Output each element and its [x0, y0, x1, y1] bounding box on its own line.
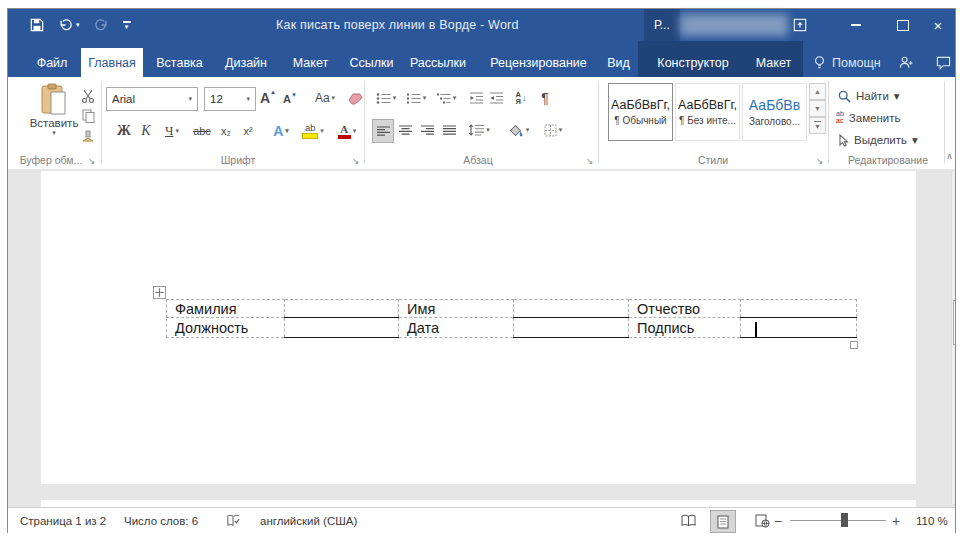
table-cell-label[interactable]: Подпись	[629, 318, 741, 338]
table-cell-label[interactable]: Дата	[399, 318, 514, 338]
user-badge[interactable]: Р...	[644, 9, 680, 41]
share-button[interactable]	[898, 48, 914, 77]
table-cell-blank-line[interactable]	[285, 300, 399, 318]
superscript-button[interactable]: x²	[238, 119, 258, 143]
tab-home[interactable]: Главная	[81, 48, 143, 77]
table-move-handle[interactable]	[153, 286, 166, 299]
font-color-button[interactable]: А ▾	[332, 119, 362, 143]
font-name-combo[interactable]: Arial▾	[106, 87, 198, 111]
proofing-button[interactable]	[226, 508, 241, 533]
change-case-button[interactable]: Aa▾	[308, 87, 342, 109]
table-cell-label[interactable]: Отчество	[629, 300, 741, 318]
scroll-down-button[interactable]: ▼	[952, 489, 955, 504]
font-dialog-launcher[interactable]: ↘	[352, 157, 360, 166]
table-cell-label[interactable]: Должность	[167, 318, 285, 338]
shading-button[interactable]: ▾	[504, 119, 534, 141]
replace-button[interactable]: abac Заменить	[836, 111, 900, 124]
line-spacing-button[interactable]: ▾	[464, 119, 494, 141]
scroll-up-button[interactable]: ▲	[952, 172, 955, 187]
format-painter-button[interactable]	[78, 127, 98, 145]
table-cell-label[interactable]: Имя	[399, 300, 514, 318]
zoom-slider[interactable]	[790, 520, 886, 521]
font-size-combo[interactable]: 12▾	[204, 87, 256, 111]
italic-button[interactable]: К	[136, 119, 156, 143]
close-button[interactable]: ×	[921, 9, 955, 41]
page-indicator[interactable]: Страница 1 из 2	[20, 508, 106, 533]
comments-button[interactable]	[936, 48, 951, 77]
strikethrough-button[interactable]: abc	[190, 119, 214, 143]
tellme-button[interactable]: Помощн	[813, 48, 881, 77]
underline-button[interactable]: Ч▾	[158, 119, 186, 143]
zoom-thumb[interactable]	[841, 513, 848, 527]
grow-font-button[interactable]: A▲	[258, 87, 278, 109]
tab-layout[interactable]: Макет	[286, 48, 335, 77]
bullets-button[interactable]: ▾	[372, 87, 400, 109]
justify-button[interactable]	[439, 119, 459, 141]
collapse-ribbon-button[interactable]: ∧	[944, 149, 955, 163]
tab-references[interactable]: Ссылки	[346, 48, 397, 77]
numbering-button[interactable]: ▾	[402, 87, 430, 109]
borders-button[interactable]: ▾	[538, 119, 568, 141]
table-cell-blank-line[interactable]	[741, 318, 857, 338]
styles-scroll-up-button[interactable]: ▲	[809, 83, 826, 100]
tab-design[interactable]: Дизайн	[219, 48, 273, 77]
tab-review[interactable]: Рецензирование	[488, 48, 589, 77]
style-card-heading1[interactable]: АаБбВв Заголово...	[742, 83, 807, 141]
table-resize-handle[interactable]	[850, 341, 858, 349]
zoom-in-button[interactable]: +	[892, 508, 900, 533]
bold-button[interactable]: Ж	[114, 119, 134, 143]
zoom-percentage[interactable]: 110 %	[916, 508, 948, 533]
subscript-button[interactable]: x₂	[216, 119, 236, 143]
shrink-font-button[interactable]: A▼	[280, 89, 300, 109]
multilevel-list-button[interactable]: ▾	[432, 87, 460, 109]
styles-dialog-launcher[interactable]: ↘	[816, 157, 824, 166]
align-left-button[interactable]	[372, 119, 394, 143]
copy-button[interactable]	[78, 107, 98, 125]
zoom-out-button[interactable]: −	[774, 508, 782, 533]
styles-gallery-more-button[interactable]: ▼	[809, 117, 826, 134]
style-card-no-spacing[interactable]: АаБбВвГг, ¶ Без инте...	[675, 83, 740, 141]
minimize-button[interactable]	[839, 9, 873, 41]
redo-button[interactable]	[94, 18, 109, 32]
read-mode-button[interactable]	[676, 510, 700, 531]
table-cell-blank-line[interactable]	[514, 300, 629, 318]
tab-mailings[interactable]: Рассылки	[406, 48, 470, 77]
text-effects-button[interactable]: А▾	[266, 119, 296, 143]
highlight-button[interactable]: ab ▾	[298, 119, 328, 143]
tab-insert[interactable]: Вставка	[149, 48, 210, 77]
styles-scroll-down-button[interactable]: ▼	[809, 100, 826, 117]
ribbon-display-options-button[interactable]	[783, 9, 817, 41]
save-button[interactable]	[30, 18, 44, 32]
decrease-indent-button[interactable]	[466, 87, 486, 109]
web-layout-button[interactable]	[750, 510, 774, 531]
clipboard-dialog-launcher[interactable]: ↘	[88, 157, 96, 166]
scroll-thumb[interactable]	[953, 300, 955, 345]
table-cell-blank-line[interactable]	[285, 318, 399, 338]
tab-view[interactable]: Вид	[603, 48, 634, 77]
show-marks-button[interactable]: ¶	[536, 87, 554, 109]
cut-button[interactable]	[78, 87, 98, 105]
document-canvas[interactable]: Фамилия Имя Отчество Должность Дата Подп…	[8, 169, 955, 507]
table-cell-label[interactable]: Фамилия	[167, 300, 285, 318]
language-indicator[interactable]: английский (США)	[260, 508, 357, 533]
align-right-button[interactable]	[417, 119, 437, 141]
tab-table-design[interactable]: Конструктор	[655, 48, 731, 77]
paste-button[interactable]: Вставить ▾	[26, 83, 82, 137]
tab-table-layout[interactable]: Макет	[753, 48, 794, 77]
tab-file[interactable]: Файл	[24, 48, 80, 77]
table-cell-blank-line[interactable]	[514, 318, 629, 338]
style-card-normal[interactable]: АаБбВвГг, ¶ Обычный	[608, 83, 673, 141]
clear-formatting-button[interactable]	[346, 87, 364, 109]
table-cell-blank-line[interactable]	[741, 300, 857, 318]
vertical-scrollbar[interactable]: ▲ ▼	[951, 171, 955, 505]
sort-button[interactable]: АЯ ↓	[510, 87, 532, 109]
paragraph-dialog-launcher[interactable]: ↘	[586, 157, 594, 166]
maximize-button[interactable]	[886, 9, 920, 41]
find-button[interactable]: Найти ▾	[838, 89, 900, 103]
select-button[interactable]: Выделить ▾	[838, 133, 918, 147]
align-center-button[interactable]	[395, 119, 415, 141]
word-count[interactable]: Число слов: 6	[124, 508, 198, 533]
increase-indent-button[interactable]	[486, 87, 506, 109]
qat-customize-button[interactable]: ▾	[123, 21, 131, 29]
print-layout-button[interactable]	[710, 510, 736, 533]
